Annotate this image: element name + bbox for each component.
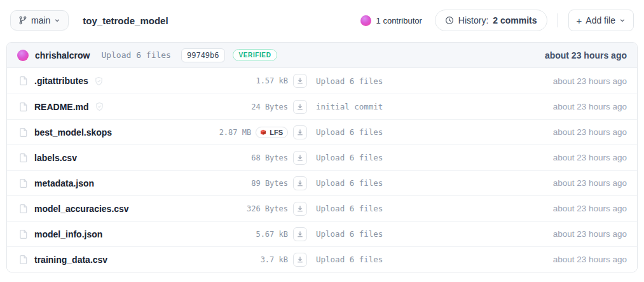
download-button[interactable] xyxy=(293,227,307,241)
row-timestamp: about 23 hours ago xyxy=(453,153,627,162)
commit-hash-link[interactable]: 99749b6 xyxy=(181,48,225,62)
download-button[interactable] xyxy=(293,125,307,139)
row-commit-message-link[interactable]: Upload 6 files xyxy=(316,255,453,264)
contributors-count-label: 1 contributor xyxy=(376,16,422,25)
file-name-link[interactable]: .gitattributes xyxy=(34,76,88,86)
table-row: .gitattributes 1.57 kB Upload 6 files ab… xyxy=(7,68,637,94)
file-icon xyxy=(18,204,29,214)
file-size-cell: 2.87 MB LFS xyxy=(193,127,288,138)
row-timestamp: about 23 hours ago xyxy=(453,178,627,188)
file-size-cell: 89 Bytes xyxy=(193,179,288,188)
file-size: 24 Bytes xyxy=(251,102,288,111)
file-icon xyxy=(18,76,29,86)
history-label: History: xyxy=(458,15,488,25)
file-size-cell: 1.57 kB xyxy=(193,76,288,85)
lfs-label: LFS xyxy=(270,129,283,136)
row-timestamp: about 23 hours ago xyxy=(453,127,627,137)
contributor-avatar[interactable] xyxy=(360,15,371,26)
file-name-link[interactable]: metadata.json xyxy=(34,178,94,188)
file-name-cell: model_info.json xyxy=(18,229,193,239)
commit-timestamp: about 23 hours ago xyxy=(545,50,627,60)
contributors-group[interactable]: 1 contributor xyxy=(360,15,422,26)
table-row: metadata.json 89 Bytes Upload 6 files ab… xyxy=(7,170,637,195)
file-size: 5.67 kB xyxy=(256,230,288,239)
row-timestamp: about 23 hours ago xyxy=(453,102,627,111)
chevron-down-icon xyxy=(619,17,626,24)
commit-author-avatar[interactable] xyxy=(17,50,29,61)
file-size: 3.7 kB xyxy=(261,255,288,264)
file-size: 68 Bytes xyxy=(251,153,288,162)
table-row: labels.csv 68 Bytes Upload 6 files about… xyxy=(7,145,637,170)
file-size-cell: 68 Bytes xyxy=(193,153,288,162)
file-name-cell: labels.csv xyxy=(18,153,193,163)
row-commit-message-link[interactable]: initial commit xyxy=(316,102,453,111)
add-file-label: Add file xyxy=(586,15,615,25)
file-name-link[interactable]: training_data.csv xyxy=(34,255,107,265)
toolbar-divider xyxy=(558,13,558,27)
file-name-link[interactable]: labels.csv xyxy=(34,153,77,163)
row-commit-message-link[interactable]: Upload 6 files xyxy=(316,178,453,188)
file-name-cell: training_data.csv xyxy=(18,255,193,265)
plus-icon: + xyxy=(577,16,582,25)
download-button[interactable] xyxy=(293,74,307,88)
shield-check-icon[interactable] xyxy=(94,76,104,86)
file-icon xyxy=(18,255,29,265)
file-name-cell: metadata.json xyxy=(18,178,193,188)
last-commit-header: chrishalcrow Upload 6 files 99749b6 VERI… xyxy=(7,43,637,68)
row-commit-message-link[interactable]: Upload 6 files xyxy=(316,229,453,239)
file-size: 2.87 MB xyxy=(219,128,252,137)
file-name-link[interactable]: README.md xyxy=(34,102,89,112)
row-timestamp: about 23 hours ago xyxy=(453,229,627,239)
clock-icon xyxy=(445,16,454,25)
table-row: model_accuracies.csv 326 Bytes Upload 6 … xyxy=(7,195,637,221)
file-name-link[interactable]: model_accuracies.csv xyxy=(34,204,129,214)
add-file-button[interactable]: + Add file xyxy=(568,10,634,31)
file-icon xyxy=(18,153,29,163)
download-button[interactable] xyxy=(293,176,307,190)
file-name-cell: README.md xyxy=(18,102,193,112)
file-size-cell: 24 Bytes xyxy=(193,102,288,111)
file-name-link[interactable]: model_info.json xyxy=(34,229,102,239)
history-button[interactable]: History: 2 commits xyxy=(435,10,547,31)
row-commit-message-link[interactable]: Upload 6 files xyxy=(316,153,453,162)
row-commit-message-link[interactable]: Upload 6 files xyxy=(316,76,453,86)
file-browser-table: chrishalcrow Upload 6 files 99749b6 VERI… xyxy=(6,42,638,272)
file-name-cell: model_accuracies.csv xyxy=(18,204,193,214)
commit-message-link[interactable]: Upload 6 files xyxy=(101,50,171,60)
verified-badge[interactable]: VERIFIED xyxy=(233,49,278,61)
file-name-cell: .gitattributes xyxy=(18,76,193,86)
lfs-badge: LFS xyxy=(256,127,288,138)
row-commit-message-link[interactable]: Upload 6 files xyxy=(316,127,453,137)
history-commit-count: 2 commits xyxy=(493,15,537,25)
file-name-cell: best_model.skops xyxy=(18,127,193,137)
row-timestamp: about 23 hours ago xyxy=(453,255,627,264)
shield-check-icon[interactable] xyxy=(95,102,104,111)
file-row-list: .gitattributes 1.57 kB Upload 6 files ab… xyxy=(7,68,637,272)
branch-selector-button[interactable]: main xyxy=(10,10,69,31)
file-icon xyxy=(18,178,29,188)
file-name-link[interactable]: best_model.skops xyxy=(34,127,112,137)
table-row: model_info.json 5.67 kB Upload 6 files a… xyxy=(7,221,637,246)
row-timestamp: about 23 hours ago xyxy=(453,204,627,213)
file-icon xyxy=(18,102,29,112)
download-button[interactable] xyxy=(293,100,307,114)
table-row: best_model.skops 2.87 MB LFS Uploa xyxy=(7,119,637,145)
table-row: README.md 24 Bytes initial commit about … xyxy=(7,94,637,119)
download-button[interactable] xyxy=(293,151,307,165)
file-size: 89 Bytes xyxy=(251,179,288,188)
lfs-cube-icon xyxy=(259,129,267,136)
repo-toolbar: main toy_tetrode_model 1 contributor His… xyxy=(0,0,644,41)
file-size: 1.57 kB xyxy=(256,76,288,85)
row-timestamp: about 23 hours ago xyxy=(453,76,627,86)
file-size-cell: 326 Bytes xyxy=(193,204,288,213)
branch-name: main xyxy=(31,15,50,25)
git-branch-icon xyxy=(18,16,27,25)
download-button[interactable] xyxy=(293,202,307,216)
file-size-cell: 5.67 kB xyxy=(193,230,288,239)
commit-author-link[interactable]: chrishalcrow xyxy=(35,50,90,60)
row-commit-message-link[interactable]: Upload 6 files xyxy=(316,204,453,213)
download-button[interactable] xyxy=(293,253,307,267)
table-row: training_data.csv 3.7 kB Upload 6 files … xyxy=(7,246,637,272)
repo-name-breadcrumb[interactable]: toy_tetrode_model xyxy=(83,15,168,26)
file-icon xyxy=(18,127,29,137)
